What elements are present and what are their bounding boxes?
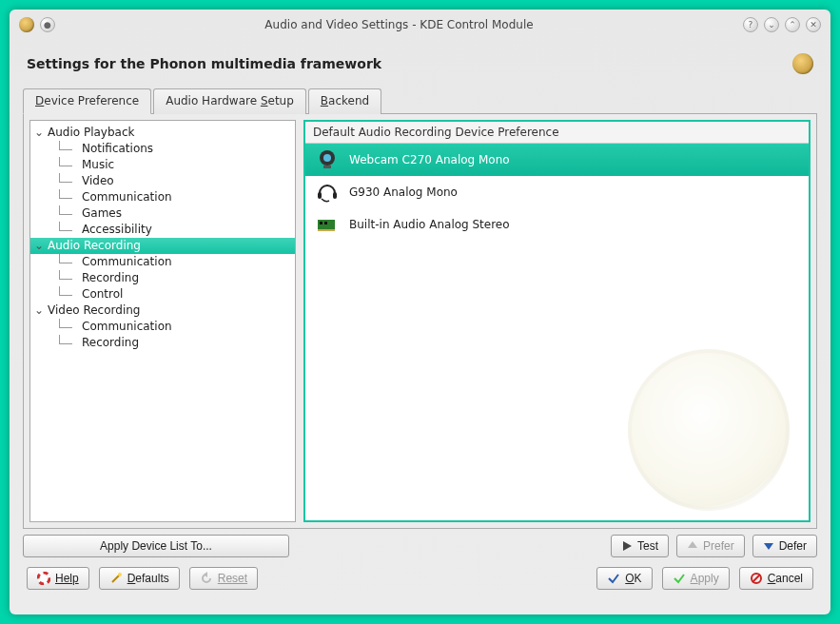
dialog-button-bar: Help Defaults Reset OK Apply xyxy=(23,557,817,594)
headset-icon xyxy=(315,182,340,203)
titlebar-help-button[interactable]: ? xyxy=(743,17,758,32)
titlebar-maximize-button[interactable]: ⌃ xyxy=(785,17,800,32)
ok-button[interactable]: OK xyxy=(596,567,652,590)
app-icon xyxy=(19,17,34,32)
defer-button[interactable]: Defer xyxy=(752,535,817,557)
tab-2[interactable]: Backend xyxy=(308,88,381,114)
svg-marker-9 xyxy=(623,541,632,551)
play-icon xyxy=(621,540,633,552)
tree-item[interactable]: Communication xyxy=(30,189,295,205)
tree-item-label: Communication xyxy=(82,255,172,268)
device-item-label: Built-in Audio Analog Stereo xyxy=(349,218,510,231)
tree-item[interactable]: Notifications xyxy=(30,141,295,157)
help-button[interactable]: Help xyxy=(27,567,89,590)
tree-item[interactable]: Communication xyxy=(30,319,295,335)
tree-item[interactable]: ⌄Audio Recording xyxy=(30,238,295,254)
svg-rect-3 xyxy=(318,192,322,199)
window: ● Audio and Video Settings - KDE Control… xyxy=(10,10,830,614)
device-item-label: G930 Analog Mono xyxy=(349,185,458,199)
prefer-button[interactable]: Prefer xyxy=(676,535,745,557)
svg-rect-8 xyxy=(318,229,335,231)
tab-bar: Device PreferenceAudio Hardware SetupBac… xyxy=(23,88,817,114)
device-list[interactable]: Webcam C270 Analog MonoG930 Analog MonoB… xyxy=(305,144,809,520)
prefer-button-label: Prefer xyxy=(703,539,734,553)
help-button-label: Help xyxy=(55,572,79,585)
tree-item-label: Games xyxy=(82,206,122,220)
titlebar: ● Audio and Video Settings - KDE Control… xyxy=(10,10,830,40)
expand-icon: ⌄ xyxy=(34,238,44,254)
svg-marker-10 xyxy=(688,541,697,548)
tree-item-label: Accessibility xyxy=(82,223,152,236)
defaults-button-label: efaults xyxy=(135,572,168,585)
device-panel: Default Audio Recording Device Preferenc… xyxy=(303,120,811,522)
tree-item-label: Communication xyxy=(82,190,172,204)
device-item[interactable]: G930 Analog Mono xyxy=(305,176,809,208)
svg-rect-7 xyxy=(324,222,327,224)
category-tree[interactable]: ⌄Audio PlaybackNotificationsMusicVideoCo… xyxy=(29,120,296,522)
svg-point-12 xyxy=(38,573,49,584)
defaults-button[interactable]: Defaults xyxy=(99,567,180,590)
apply-button[interactable]: Apply xyxy=(662,567,730,590)
titlebar-minimize-button[interactable]: ⌄ xyxy=(764,17,779,32)
tree-item[interactable]: Recording xyxy=(30,335,295,351)
tree-item-label: Music xyxy=(82,158,114,171)
defer-button-label: Defer xyxy=(779,539,807,553)
undo-icon xyxy=(200,572,213,585)
tree-item[interactable]: ⌄Audio Playback xyxy=(30,125,295,141)
titlebar-close-button[interactable]: ✕ xyxy=(806,17,821,32)
expand-icon: ⌄ xyxy=(34,125,44,141)
wand-icon xyxy=(109,572,123,585)
expand-icon: ⌄ xyxy=(34,302,44,319)
reset-button-label: Reset xyxy=(218,572,247,585)
window-title: Audio and Video Settings - KDE Control M… xyxy=(61,18,737,31)
svg-point-14 xyxy=(118,573,122,576)
tree-item[interactable]: Recording xyxy=(30,270,295,286)
tree-item[interactable]: Accessibility xyxy=(30,222,295,238)
tree-item-label: Audio Recording xyxy=(48,239,141,252)
svg-marker-15 xyxy=(204,572,207,577)
tree-item-label: Control xyxy=(82,287,123,301)
tree-item-label: Notifications xyxy=(82,142,153,155)
cancel-button[interactable]: Cancel xyxy=(739,567,813,590)
tree-item[interactable]: Games xyxy=(30,205,295,222)
tree-item[interactable]: Video xyxy=(30,173,295,189)
lifebuoy-icon xyxy=(37,572,50,585)
tab-1[interactable]: Audio Hardware Setup xyxy=(153,88,306,114)
svg-line-17 xyxy=(752,575,760,582)
tab-0[interactable]: Device Preference xyxy=(23,88,151,114)
tree-item-label: Audio Playback xyxy=(48,126,134,139)
svg-marker-11 xyxy=(764,543,773,550)
menu-button[interactable]: ● xyxy=(40,17,55,32)
svg-rect-6 xyxy=(320,222,322,224)
arrow-down-icon xyxy=(763,540,774,552)
tree-item[interactable]: ⌄Video Recording xyxy=(30,302,295,319)
tab-body: ⌄Audio PlaybackNotificationsMusicVideoCo… xyxy=(23,114,817,529)
tree-item[interactable]: Music xyxy=(30,157,295,173)
check-icon xyxy=(607,572,620,585)
tree-item-label: Video xyxy=(82,174,114,187)
webcam-icon xyxy=(315,149,340,170)
arrow-up-icon xyxy=(687,540,698,552)
tree-item-label: Communication xyxy=(82,320,172,333)
device-item[interactable]: Built-in Audio Analog Stereo xyxy=(305,208,809,241)
tree-item-label: Recording xyxy=(82,271,139,284)
speaker-icon xyxy=(792,53,813,74)
check-icon xyxy=(673,572,686,585)
svg-rect-2 xyxy=(323,166,331,168)
test-button-label: Test xyxy=(637,539,658,553)
tree-item[interactable]: Control xyxy=(30,286,295,302)
reset-button[interactable]: Reset xyxy=(189,567,258,590)
test-button[interactable]: Test xyxy=(611,535,669,557)
svg-point-1 xyxy=(323,154,331,162)
svg-rect-4 xyxy=(333,192,337,199)
speaker-watermark-icon xyxy=(628,349,790,511)
cancel-icon xyxy=(750,572,763,585)
device-item-label: Webcam C270 Analog Mono xyxy=(349,153,510,166)
tree-item-label: Recording xyxy=(82,336,139,349)
device-list-header: Default Audio Recording Device Preferenc… xyxy=(305,122,809,144)
tree-item[interactable]: Communication xyxy=(30,254,295,270)
soundcard-icon xyxy=(315,214,340,235)
tree-item-label: Video Recording xyxy=(48,303,140,317)
apply-device-list-to-button[interactable]: Apply Device List To... xyxy=(23,535,289,557)
device-item[interactable]: Webcam C270 Analog Mono xyxy=(305,144,809,176)
